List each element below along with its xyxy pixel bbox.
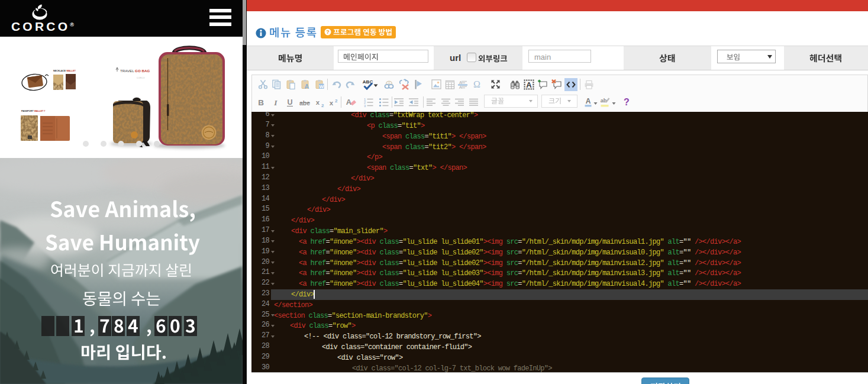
svg-text:2: 2 xyxy=(335,98,338,104)
svg-text:CORCO: CORCO xyxy=(137,77,145,79)
svg-text:B: B xyxy=(258,98,264,107)
svg-text:2: 2 xyxy=(321,102,324,108)
svg-text:A: A xyxy=(346,98,351,107)
svg-text:Ω: Ω xyxy=(473,79,480,89)
svg-text:I: I xyxy=(273,98,277,107)
svg-text:A: A xyxy=(459,85,462,89)
svg-text:NECKLACE WALLET: NECKLACE WALLET xyxy=(53,70,76,72)
svg-text:x: x xyxy=(330,99,334,107)
svg-text:A: A xyxy=(526,80,532,89)
svg-text:?: ? xyxy=(326,29,330,35)
svg-text:3: 3 xyxy=(364,104,366,108)
svg-text:A: A xyxy=(304,83,309,90)
svg-text:TRAVEL GO BAG: TRAVEL GO BAG xyxy=(120,69,150,73)
svg-text:ab: ab xyxy=(601,98,607,104)
svg-text:U: U xyxy=(287,98,292,107)
svg-text:W: W xyxy=(319,84,324,89)
svg-text:A: A xyxy=(586,97,591,105)
svg-text:PASSPORT WALLET 7: PASSPORT WALLET 7 xyxy=(21,110,45,112)
svg-text:A: A xyxy=(459,80,462,84)
svg-text:x: x xyxy=(315,99,320,106)
svg-text:?: ? xyxy=(624,97,630,107)
